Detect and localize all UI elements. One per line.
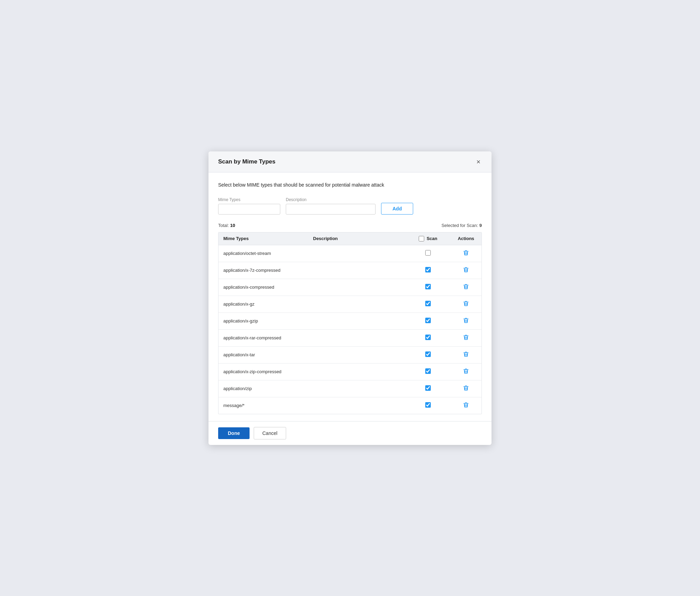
scan-checkbox[interactable] — [425, 351, 431, 357]
scan-header-label: Scan — [427, 236, 437, 241]
svg-rect-7 — [466, 286, 466, 288]
trash-icon — [463, 385, 469, 391]
cell-mime-type: application/x-gzip — [218, 312, 308, 329]
scan-all-checkbox[interactable] — [419, 236, 424, 241]
cell-scan — [406, 245, 450, 262]
svg-rect-16 — [466, 337, 466, 339]
table-row: message/* — [218, 397, 482, 414]
cell-scan — [406, 363, 450, 380]
table-row: application/x-rar-compressed — [218, 329, 482, 346]
cancel-button[interactable]: Cancel — [254, 427, 286, 439]
dialog-title: Scan by Mime Types — [218, 158, 275, 165]
delete-button[interactable] — [461, 334, 470, 342]
cell-scan — [406, 262, 450, 279]
cell-actions — [450, 279, 482, 296]
cell-mime-type: application/x-7z-compressed — [218, 262, 308, 279]
cell-description — [308, 245, 406, 262]
delete-button[interactable] — [461, 266, 470, 275]
description-field-group: Description — [286, 197, 376, 215]
cell-actions — [450, 380, 482, 397]
table-row: application/octet-stream — [218, 245, 482, 262]
svg-rect-22 — [466, 370, 466, 373]
cell-actions — [450, 346, 482, 363]
trash-icon — [463, 402, 469, 408]
dialog-header: Scan by Mime Types × — [208, 151, 492, 172]
svg-rect-4 — [466, 269, 466, 271]
delete-button[interactable] — [461, 350, 470, 359]
scan-checkbox[interactable] — [425, 318, 431, 323]
cell-description — [308, 380, 406, 397]
cell-description — [308, 397, 406, 414]
scan-by-mime-types-dialog: Scan by Mime Types × Select below MIME t… — [208, 151, 492, 445]
cell-description — [308, 279, 406, 296]
cell-actions — [450, 262, 482, 279]
cell-description — [308, 346, 406, 363]
col-header-scan: Scan — [406, 232, 450, 245]
scan-checkbox[interactable] — [425, 385, 431, 391]
table-header-row: Mime Types Description Scan Actions — [218, 232, 482, 245]
trash-icon — [463, 351, 469, 357]
trash-icon — [463, 250, 469, 256]
close-button[interactable]: × — [475, 158, 482, 166]
col-header-mime-types: Mime Types — [218, 232, 308, 245]
cell-mime-type: application/x-tar — [218, 346, 308, 363]
trash-icon — [463, 284, 469, 290]
table-row: application/x-gzip — [218, 312, 482, 329]
delete-button[interactable] — [461, 317, 470, 326]
delete-button[interactable] — [461, 249, 470, 258]
add-form-row: Mime Types Description Add — [218, 197, 482, 215]
cell-mime-type: application/zip — [218, 380, 308, 397]
done-button[interactable]: Done — [218, 427, 250, 439]
cell-description — [308, 329, 406, 346]
col-header-description: Description — [308, 232, 406, 245]
summary-row: Total: 10 Selected for Scan: 9 — [218, 223, 482, 228]
cell-description — [308, 262, 406, 279]
cell-mime-type: application/octet-stream — [218, 245, 308, 262]
add-button[interactable]: Add — [381, 203, 413, 215]
total-label: Total: — [218, 223, 229, 228]
delete-button[interactable] — [461, 283, 470, 292]
cell-scan — [406, 279, 450, 296]
scan-checkbox[interactable] — [425, 250, 431, 256]
mime-types-label: Mime Types — [218, 197, 280, 202]
total-summary: Total: 10 — [218, 223, 235, 228]
selected-summary: Selected for Scan: 9 — [441, 223, 482, 228]
selected-value: 9 — [479, 223, 482, 228]
cell-mime-type: application/x-zip-compressed — [218, 363, 308, 380]
trash-icon — [463, 267, 469, 273]
mime-types-input[interactable] — [218, 204, 280, 215]
cell-actions — [450, 363, 482, 380]
cell-scan — [406, 346, 450, 363]
dialog-body: Select below MIME types that should be s… — [208, 172, 492, 421]
col-header-actions: Actions — [450, 232, 482, 245]
table-row: application/x-zip-compressed — [218, 363, 482, 380]
cell-actions — [450, 329, 482, 346]
dialog-subtitle: Select below MIME types that should be s… — [218, 182, 482, 188]
trash-icon — [463, 368, 469, 374]
svg-rect-25 — [466, 387, 466, 390]
table-row: application/x-gz — [218, 296, 482, 312]
cell-actions — [450, 397, 482, 414]
scan-checkbox[interactable] — [425, 284, 431, 289]
delete-button[interactable] — [461, 367, 470, 376]
cell-scan — [406, 296, 450, 312]
cell-actions — [450, 296, 482, 312]
mime-types-field-group: Mime Types — [218, 197, 280, 215]
trash-icon — [463, 334, 469, 340]
total-value: 10 — [230, 223, 235, 228]
description-input[interactable] — [286, 204, 376, 215]
delete-button[interactable] — [461, 300, 470, 309]
delete-button[interactable] — [461, 401, 470, 410]
cell-actions — [450, 245, 482, 262]
delete-button[interactable] — [461, 384, 470, 393]
svg-rect-10 — [466, 303, 466, 305]
cell-scan — [406, 380, 450, 397]
scan-checkbox[interactable] — [425, 301, 431, 306]
scan-checkbox[interactable] — [425, 402, 431, 408]
mime-types-table: Mime Types Description Scan Actions appl… — [218, 232, 482, 414]
scan-checkbox[interactable] — [425, 368, 431, 374]
scan-checkbox[interactable] — [425, 335, 431, 340]
scan-checkbox[interactable] — [425, 267, 431, 272]
cell-actions — [450, 312, 482, 329]
mime-types-table-container: Mime Types Description Scan Actions appl… — [218, 232, 482, 414]
